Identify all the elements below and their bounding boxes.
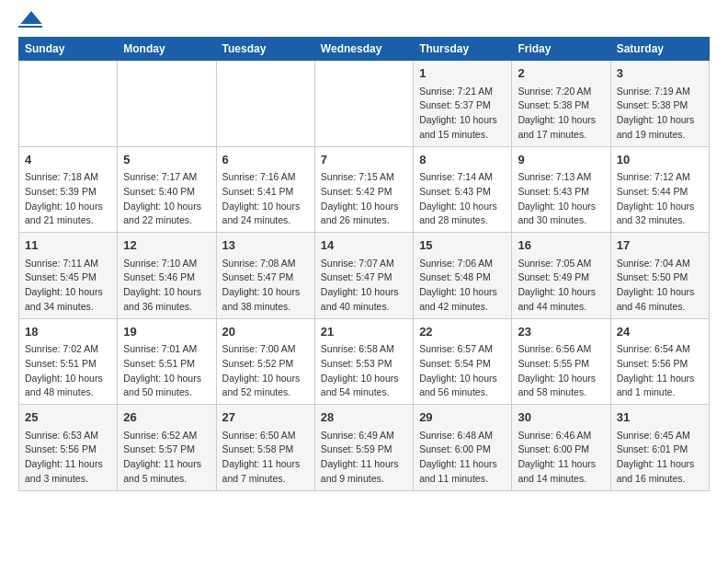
header-cell-thursday: Thursday — [414, 38, 512, 61]
day-info: Sunrise: 7:04 AM Sunset: 5:50 PM Dayligh… — [617, 257, 703, 315]
day-cell: 16Sunrise: 7:05 AM Sunset: 5:49 PM Dayli… — [512, 233, 610, 319]
calendar-table: SundayMondayTuesdayWednesdayThursdayFrid… — [18, 37, 710, 491]
day-cell: 29Sunrise: 6:48 AM Sunset: 6:00 PM Dayli… — [414, 405, 512, 491]
day-info: Sunrise: 7:01 AM Sunset: 5:51 PM Dayligh… — [123, 342, 210, 400]
day-cell: 19Sunrise: 7:01 AM Sunset: 5:51 PM Dayli… — [118, 318, 216, 405]
day-cell: 21Sunrise: 6:58 AM Sunset: 5:53 PM Dayli… — [314, 318, 413, 405]
day-number: 19 — [123, 323, 210, 341]
day-info: Sunrise: 7:16 AM Sunset: 5:41 PM Dayligh… — [222, 170, 309, 228]
header-cell-saturday: Saturday — [610, 38, 709, 61]
day-number: 12 — [123, 236, 210, 255]
day-info: Sunrise: 6:54 AM Sunset: 5:56 PM Dayligh… — [617, 342, 703, 400]
day-cell: 30Sunrise: 6:46 AM Sunset: 6:00 PM Dayli… — [512, 405, 610, 491]
day-info: Sunrise: 6:53 AM Sunset: 5:56 PM Dayligh… — [25, 429, 111, 487]
day-number: 17 — [617, 236, 703, 255]
day-cell: 22Sunrise: 6:57 AM Sunset: 5:54 PM Dayli… — [414, 318, 512, 405]
day-cell: 3Sunrise: 7:19 AM Sunset: 5:38 PM Daylig… — [610, 61, 709, 147]
day-cell: 7Sunrise: 7:15 AM Sunset: 5:42 PM Daylig… — [314, 146, 413, 233]
day-cell: 28Sunrise: 6:49 AM Sunset: 5:59 PM Dayli… — [314, 405, 413, 491]
day-cell: 6Sunrise: 7:16 AM Sunset: 5:41 PM Daylig… — [216, 146, 314, 233]
day-number: 22 — [419, 323, 506, 341]
day-cell: 13Sunrise: 7:08 AM Sunset: 5:47 PM Dayli… — [216, 233, 314, 319]
day-info: Sunrise: 7:02 AM Sunset: 5:51 PM Dayligh… — [25, 342, 111, 400]
day-info: Sunrise: 7:13 AM Sunset: 5:43 PM Dayligh… — [518, 170, 604, 228]
day-number: 8 — [419, 151, 506, 169]
day-cell: 2Sunrise: 7:20 AM Sunset: 5:38 PM Daylig… — [512, 61, 610, 147]
day-info: Sunrise: 7:10 AM Sunset: 5:46 PM Dayligh… — [123, 257, 210, 315]
day-cell: 17Sunrise: 7:04 AM Sunset: 5:50 PM Dayli… — [610, 233, 709, 319]
day-number: 28 — [321, 408, 407, 427]
day-cell: 24Sunrise: 6:54 AM Sunset: 5:56 PM Dayli… — [610, 318, 709, 405]
day-info: Sunrise: 7:19 AM Sunset: 5:38 PM Dayligh… — [617, 85, 703, 143]
day-number: 16 — [518, 236, 604, 255]
day-cell: 31Sunrise: 6:45 AM Sunset: 6:01 PM Dayli… — [610, 405, 709, 491]
day-cell: 8Sunrise: 7:14 AM Sunset: 5:43 PM Daylig… — [414, 146, 512, 233]
day-number: 2 — [518, 64, 604, 83]
day-cell — [314, 61, 413, 147]
page-header — [18, 18, 710, 28]
day-number: 4 — [25, 151, 111, 169]
logo-icon — [20, 11, 42, 24]
day-number: 31 — [617, 408, 703, 427]
day-cell: 18Sunrise: 7:02 AM Sunset: 5:51 PM Dayli… — [19, 318, 118, 405]
day-info: Sunrise: 6:57 AM Sunset: 5:54 PM Dayligh… — [419, 342, 506, 400]
header-cell-friday: Friday — [512, 38, 610, 61]
day-number: 29 — [419, 408, 506, 427]
day-info: Sunrise: 7:06 AM Sunset: 5:48 PM Dayligh… — [419, 257, 506, 315]
day-info: Sunrise: 7:18 AM Sunset: 5:39 PM Dayligh… — [25, 170, 111, 228]
week-row-3: 11Sunrise: 7:11 AM Sunset: 5:45 PM Dayli… — [19, 233, 710, 319]
day-info: Sunrise: 6:56 AM Sunset: 5:55 PM Dayligh… — [518, 342, 604, 400]
day-info: Sunrise: 7:00 AM Sunset: 5:52 PM Dayligh… — [222, 342, 309, 400]
day-number: 9 — [518, 151, 604, 169]
day-number: 3 — [617, 64, 703, 83]
day-cell: 27Sunrise: 6:50 AM Sunset: 5:58 PM Dayli… — [216, 405, 314, 491]
header-row: SundayMondayTuesdayWednesdayThursdayFrid… — [19, 38, 710, 61]
day-number: 18 — [25, 323, 111, 341]
day-info: Sunrise: 7:11 AM Sunset: 5:45 PM Dayligh… — [25, 257, 111, 315]
day-info: Sunrise: 7:07 AM Sunset: 5:47 PM Dayligh… — [321, 257, 407, 315]
week-row-4: 18Sunrise: 7:02 AM Sunset: 5:51 PM Dayli… — [19, 318, 710, 405]
day-number: 30 — [518, 408, 604, 427]
header-cell-tuesday: Tuesday — [216, 38, 314, 61]
day-cell — [19, 61, 118, 147]
day-cell: 15Sunrise: 7:06 AM Sunset: 5:48 PM Dayli… — [414, 233, 512, 319]
day-number: 10 — [617, 151, 703, 169]
day-number: 11 — [25, 236, 111, 255]
week-row-2: 4Sunrise: 7:18 AM Sunset: 5:39 PM Daylig… — [19, 146, 710, 233]
day-info: Sunrise: 6:58 AM Sunset: 5:53 PM Dayligh… — [321, 342, 407, 400]
day-info: Sunrise: 6:50 AM Sunset: 5:58 PM Dayligh… — [222, 429, 309, 487]
day-number: 1 — [419, 64, 506, 83]
day-info: Sunrise: 7:21 AM Sunset: 5:37 PM Dayligh… — [419, 85, 506, 143]
day-info: Sunrise: 6:48 AM Sunset: 6:00 PM Dayligh… — [419, 429, 506, 487]
week-row-1: 1Sunrise: 7:21 AM Sunset: 5:37 PM Daylig… — [19, 61, 710, 147]
day-cell: 12Sunrise: 7:10 AM Sunset: 5:46 PM Dayli… — [118, 233, 216, 319]
header-cell-wednesday: Wednesday — [314, 38, 413, 61]
day-number: 6 — [222, 151, 309, 169]
day-number: 5 — [123, 151, 210, 169]
day-number: 24 — [617, 323, 703, 341]
day-info: Sunrise: 6:52 AM Sunset: 5:57 PM Dayligh… — [123, 429, 210, 487]
day-cell: 9Sunrise: 7:13 AM Sunset: 5:43 PM Daylig… — [512, 146, 610, 233]
day-info: Sunrise: 6:45 AM Sunset: 6:01 PM Dayligh… — [617, 429, 703, 487]
day-cell: 11Sunrise: 7:11 AM Sunset: 5:45 PM Dayli… — [19, 233, 118, 319]
week-row-5: 25Sunrise: 6:53 AM Sunset: 5:56 PM Dayli… — [19, 405, 710, 491]
day-number: 7 — [321, 151, 407, 169]
day-cell: 20Sunrise: 7:00 AM Sunset: 5:52 PM Dayli… — [216, 318, 314, 405]
day-info: Sunrise: 6:46 AM Sunset: 6:00 PM Dayligh… — [518, 429, 604, 487]
day-info: Sunrise: 7:12 AM Sunset: 5:44 PM Dayligh… — [617, 170, 703, 228]
day-cell — [216, 61, 314, 147]
day-number: 26 — [123, 408, 210, 427]
day-number: 27 — [222, 408, 309, 427]
day-cell: 25Sunrise: 6:53 AM Sunset: 5:56 PM Dayli… — [19, 405, 118, 491]
day-info: Sunrise: 7:15 AM Sunset: 5:42 PM Dayligh… — [321, 170, 407, 228]
day-cell: 5Sunrise: 7:17 AM Sunset: 5:40 PM Daylig… — [118, 146, 216, 233]
calendar-header: SundayMondayTuesdayWednesdayThursdayFrid… — [19, 38, 710, 61]
day-cell: 4Sunrise: 7:18 AM Sunset: 5:39 PM Daylig… — [19, 146, 118, 233]
day-info: Sunrise: 6:49 AM Sunset: 5:59 PM Dayligh… — [321, 429, 407, 487]
day-cell: 23Sunrise: 6:56 AM Sunset: 5:55 PM Dayli… — [512, 318, 610, 405]
logo — [18, 18, 42, 28]
day-info: Sunrise: 7:08 AM Sunset: 5:47 PM Dayligh… — [222, 257, 309, 315]
day-cell: 10Sunrise: 7:12 AM Sunset: 5:44 PM Dayli… — [610, 146, 709, 233]
day-cell: 26Sunrise: 6:52 AM Sunset: 5:57 PM Dayli… — [118, 405, 216, 491]
day-cell: 1Sunrise: 7:21 AM Sunset: 5:37 PM Daylig… — [414, 61, 512, 147]
